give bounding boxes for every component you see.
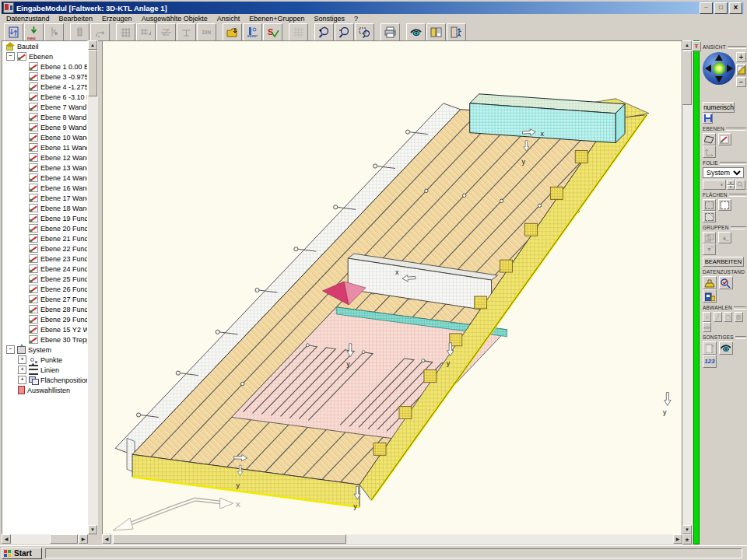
tree-item-ebene[interactable]: Ebene 12 Wand X6 [2, 152, 87, 163]
area-outline-button[interactable] [718, 199, 731, 211]
expand-icon[interactable]: + [18, 366, 26, 374]
tree-hscrollbar[interactable] [2, 534, 88, 544]
tree-item-ebene[interactable]: Ebene 10 Wand X4 [2, 132, 87, 142]
menu-ebenen-gruppen[interactable]: Ebenen+Gruppen [244, 15, 309, 23]
viewport-3d[interactable]: x y x y y y y y [102, 40, 682, 535]
close-button[interactable] [729, 2, 742, 14]
tree-item-ebene[interactable]: Ebene 17 Wand Y4 [2, 193, 87, 203]
rotate-down-icon[interactable] [715, 76, 723, 82]
tree-item-ebene[interactable]: Ebene 11 Wand X5 [2, 142, 87, 152]
layer-move-button[interactable] [703, 145, 716, 158]
misc-numbering-button[interactable]: 123 [703, 355, 717, 368]
settings-icon[interactable] [44, 23, 64, 41]
menu-ausgewaehlte-objekte[interactable]: Ausgewählte Objekte [137, 15, 212, 23]
menu-sonstiges[interactable]: Sonstiges [310, 15, 350, 23]
bearbeiten-button[interactable]: BEARBEITEN [703, 257, 744, 267]
deselect-lines-button[interactable]: ╱ [714, 312, 722, 322]
new-datastate-icon[interactable]: neu [24, 23, 44, 41]
din-icon[interactable]: DIN [197, 23, 216, 41]
tree-item-ebene[interactable]: Ebene 22 Fund4 [2, 243, 87, 254]
folder-positions-icon[interactable] [223, 23, 242, 41]
menu-ansicht[interactable]: Ansicht [212, 15, 245, 23]
zoom-in-button[interactable]: + [736, 52, 746, 62]
tree-item-ebene[interactable]: Ebene 16 Wand Y3 [2, 183, 87, 193]
scroll-corner-button[interactable]: ± [682, 534, 692, 544]
layer-view-button[interactable] [703, 133, 716, 145]
spin-down-icon[interactable]: ▼ [727, 185, 735, 191]
deselect-all-button[interactable]: alle [703, 322, 711, 332]
zoom-in-icon[interactable] [314, 23, 334, 41]
scroll-up-icon[interactable] [682, 40, 692, 50]
tree-item-ebene[interactable]: Ebene 26 Fund8 [2, 284, 87, 294]
tree-item-ebene[interactable]: Ebene 25 Fund7 [2, 274, 87, 284]
tree-item-system[interactable]: −System [2, 345, 87, 355]
viewport-hscrollbar[interactable] [102, 534, 682, 544]
tree-item-ebene[interactable]: Ebene 8 Wand X2 [2, 112, 87, 122]
layer-edit-button[interactable] [718, 133, 731, 145]
tree-item-ebene[interactable]: Ebene 13 Wand X7 [2, 163, 87, 173]
deselect-hatch-button[interactable]: ▥ [735, 312, 743, 322]
expand-icon[interactable]: + [18, 355, 26, 364]
group-down-button[interactable]: ▼̅ [703, 243, 716, 255]
tree-item-ebene[interactable]: Ebene 28 Fund10 [2, 304, 87, 314]
scroll-right-icon[interactable] [79, 534, 88, 544]
datastate-check-button[interactable] [719, 276, 733, 289]
tree-item-ebene[interactable]: Ebene 9 Wand X3 [2, 122, 87, 132]
tree-item-ebene[interactable]: Ebene 18 Wand Y5 [2, 203, 87, 213]
load-datastate-icon[interactable] [4, 23, 23, 41]
datastate-exit-button[interactable] [703, 289, 717, 303]
folie-select[interactable]: System [703, 167, 744, 178]
folie-search-button[interactable] [735, 180, 745, 190]
misc-page-button[interactable] [703, 341, 717, 355]
tree-item-punkte[interactable]: +Punkte [2, 355, 87, 365]
print-icon[interactable] [381, 23, 400, 41]
t-section-icon[interactable] [177, 23, 196, 41]
view-rotate-control[interactable] [703, 52, 735, 85]
zoom-window-icon[interactable] [355, 23, 374, 41]
model-tree[interactable]: Bauteil −Ebenen Ebene 1 0.00 Bopl. Ebene… [2, 40, 88, 534]
area-hatch-button[interactable] [703, 211, 716, 222]
grid-angle-icon[interactable] [136, 23, 156, 41]
shade-toggle-button[interactable] [736, 64, 746, 75]
undo-icon[interactable] [90, 23, 110, 41]
folie-sub-select[interactable]: ▼ [703, 180, 726, 190]
maximize-button[interactable] [714, 2, 728, 14]
save-view-button[interactable] [703, 113, 713, 124]
tree-item-ebene[interactable]: Ebene 27 Fund9 [2, 294, 87, 304]
menu-help[interactable]: ? [349, 15, 363, 23]
scroll-down-icon[interactable] [88, 525, 97, 534]
tree-item-ebene[interactable]: Ebene 4 -1.275/-1.4 [2, 82, 87, 92]
zoom-out-button[interactable]: − [736, 77, 746, 87]
zoom-out-icon[interactable] [335, 23, 354, 41]
area-select-button[interactable] [703, 199, 716, 211]
menu-erzeugen[interactable]: Erzeugen [97, 15, 137, 23]
taskbar-strip[interactable] [45, 548, 742, 558]
tree-item-flaechenpositionen[interactable]: +Flächenpositionen [2, 375, 87, 385]
tree-item-linien[interactable]: +Linien [2, 365, 87, 375]
tree-item-ebene[interactable]: Ebene 21 Fund3 [2, 233, 87, 243]
rotate-center-icon[interactable] [713, 62, 725, 75]
view-options-icon[interactable] [406, 23, 426, 41]
rotate-right-icon[interactable] [727, 65, 733, 72]
tree-item-ebene[interactable]: Ebene 19 Fund1 [2, 213, 87, 223]
collapse-icon[interactable]: − [6, 345, 15, 354]
deselect-points-button[interactable]: ○ [703, 312, 711, 322]
tree-item-ebene[interactable]: Ebene 6 -3.10 Bopl. [2, 92, 87, 102]
tree-item-ebene[interactable]: Ebene 7 Wand X1 [2, 102, 87, 112]
book-pages-icon[interactable] [426, 23, 446, 41]
start-button[interactable]: Start [2, 548, 42, 559]
scroll-down-icon[interactable] [682, 525, 692, 534]
minimize-button[interactable] [700, 2, 713, 14]
tree-item-auswahllisten[interactable]: Auswahllisten [2, 385, 87, 395]
tree-item-ebene[interactable]: Ebene 30 Treppenlä [2, 334, 87, 345]
tree-vscrollbar[interactable] [88, 40, 98, 534]
scroll-left-icon[interactable] [2, 534, 11, 544]
menu-datenzustand[interactable]: Datenzustand [2, 15, 54, 23]
grid-edit-icon[interactable] [116, 23, 135, 41]
deselect-areas-button[interactable]: ▢ [724, 312, 732, 322]
tree-item-ebene[interactable]: Ebene 14 Wand Y1 [2, 173, 87, 183]
splitter-handle-top[interactable]: Ŧ [692, 41, 701, 51]
rotate-up-icon[interactable] [715, 54, 723, 61]
group-build-button[interactable] [703, 232, 716, 243]
tree-item-ebene[interactable]: Ebene 24 Fund6 [2, 264, 87, 274]
